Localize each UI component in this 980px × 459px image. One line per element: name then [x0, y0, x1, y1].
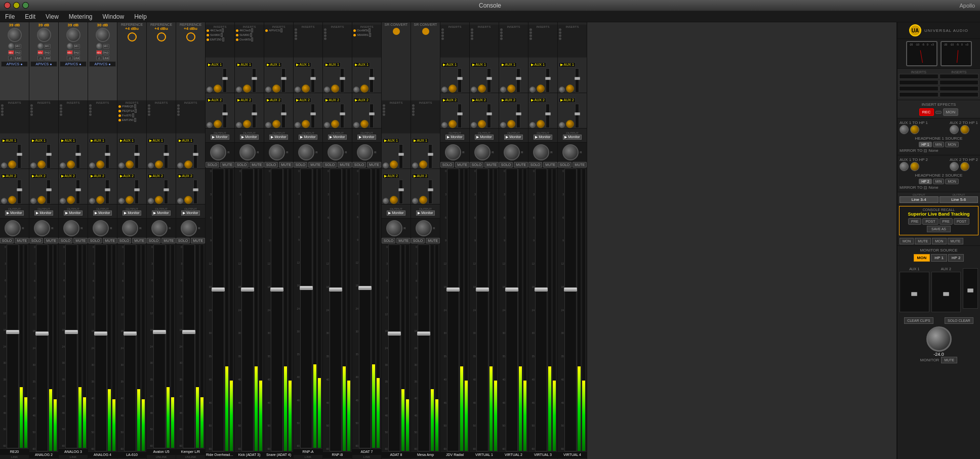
insert-slot[interactable]: OcnWSt — [236, 37, 263, 41]
solo-btn-7[interactable]: SOLO — [176, 238, 190, 243]
phase-btn-2[interactable]: ∅ — [37, 56, 44, 60]
channel-knob-14[interactable] — [386, 220, 402, 236]
aux1-fader-3[interactable] — [76, 144, 80, 169]
aux1-btn-3[interactable] — [60, 162, 66, 169]
aux1-knob-8[interactable] — [214, 85, 222, 93]
aux1-fader-15[interactable] — [428, 144, 432, 169]
aux2-btn-4[interactable] — [89, 198, 95, 204]
insert-slot[interactable] — [177, 104, 204, 107]
aux1-fader-11[interactable] — [311, 68, 315, 93]
save-as-button[interactable]: SAVE AS — [927, 226, 951, 232]
channel-knob-17[interactable] — [474, 144, 491, 160]
aux1-fader-6[interactable] — [164, 144, 168, 169]
channel-link-13[interactable]: LINK — [352, 454, 381, 459]
insert-slot[interactable] — [295, 31, 321, 34]
channel-knob-7[interactable] — [181, 220, 197, 236]
aux1-btn-15[interactable] — [412, 162, 418, 169]
clear-clips-button[interactable]: CLEAR CLIPS — [904, 317, 933, 324]
channel-knob-19[interactable] — [533, 144, 549, 160]
aux1-knob-13[interactable] — [360, 85, 369, 93]
aux2-knob-16[interactable] — [448, 120, 457, 128]
insert-slot[interactable]: Frc670 — [118, 113, 145, 117]
aux2-btn-15[interactable] — [412, 198, 418, 204]
gain-knob-4[interactable] — [96, 28, 110, 42]
mute-btn-9[interactable]: MUTE — [250, 162, 264, 168]
aux2-fader-8[interactable] — [223, 104, 227, 128]
aux2-btn-1[interactable] — [1, 198, 7, 204]
fader-track-15[interactable] — [418, 244, 430, 451]
insert-slot[interactable] — [471, 31, 498, 34]
aux1-fader-9[interactable] — [252, 68, 256, 93]
insert-slot[interactable] — [177, 110, 204, 113]
phase-btn-4[interactable]: ∅ — [96, 56, 102, 60]
aux2-knob-15[interactable] — [419, 196, 427, 204]
channel-link-6[interactable]: UNLINK — [147, 454, 176, 459]
solo-btn-6[interactable]: SOLO — [147, 238, 160, 243]
aux2-btn-19[interactable] — [529, 122, 536, 128]
channel-link-11[interactable]: LINK — [294, 454, 322, 459]
fader-track-9[interactable] — [241, 169, 254, 451]
aux1-knob-19[interactable] — [537, 85, 545, 93]
aux2-knob-3[interactable] — [67, 196, 75, 204]
aux2-fader-11[interactable] — [311, 104, 315, 128]
mute-btn-17[interactable]: MUTE — [484, 162, 499, 168]
aux1-btn-7[interactable] — [177, 162, 183, 169]
solo-btn-10[interactable]: SOLO — [264, 162, 278, 168]
solo-btn-3[interactable]: SOLO — [59, 238, 72, 243]
channel-knob-2[interactable] — [34, 220, 50, 236]
aux2-fader-19[interactable] — [546, 104, 550, 128]
aux2-fader-12[interactable] — [340, 104, 344, 128]
channel-knob-11[interactable] — [298, 144, 314, 160]
insert-slot[interactable] — [500, 31, 527, 34]
insert-slot[interactable] — [529, 31, 556, 34]
fader-track-16[interactable] — [447, 169, 459, 451]
aux1-fader-13[interactable] — [370, 68, 374, 93]
solo-btn-12[interactable]: SOLO — [323, 162, 337, 168]
solo-btn-13[interactable]: SOLO — [352, 162, 366, 168]
menu-file[interactable]: File — [0, 12, 20, 21]
fader-track-11[interactable] — [300, 169, 312, 448]
insert-slot[interactable] — [60, 110, 87, 113]
insert-slot[interactable] — [412, 113, 439, 116]
aux2-btn-10[interactable] — [265, 122, 271, 128]
insert-slot[interactable] — [412, 104, 439, 107]
link-btn-4[interactable]: LINK — [103, 56, 109, 60]
hp1-aux2-knob[interactable] — [950, 125, 959, 134]
channel-knob-5[interactable] — [122, 220, 138, 236]
fader-track-1[interactable] — [7, 244, 19, 448]
aux2-knob-9[interactable] — [243, 120, 251, 128]
channel-link-3[interactable]: LINK — [59, 454, 88, 459]
insert-slot[interactable] — [441, 34, 468, 37]
aux2-knob-8[interactable] — [214, 120, 222, 128]
insert-slot[interactable] — [529, 28, 556, 31]
gain-knob-3[interactable] — [66, 28, 80, 42]
aux2-btn-8[interactable] — [207, 122, 213, 128]
insert-slot[interactable] — [295, 37, 321, 40]
aux2-fader-7[interactable] — [193, 180, 197, 204]
aux1-fader-5[interactable] — [135, 144, 139, 169]
hp2-aux2-knob[interactable] — [950, 162, 959, 171]
insert-slot[interactable] — [148, 107, 175, 110]
aux1-fader-17[interactable] — [487, 68, 491, 93]
channel-knob-16[interactable] — [445, 144, 461, 160]
fader-track-10[interactable] — [271, 169, 283, 451]
aux2-btn-3[interactable] — [60, 198, 66, 204]
mon-btn-1[interactable]: MON — [900, 238, 914, 244]
aux1-knob-5[interactable] — [126, 160, 134, 169]
channel-knob-13[interactable] — [357, 144, 373, 160]
aux1-fader-1[interactable] — [17, 144, 21, 169]
aux2-knob-14[interactable] — [390, 196, 398, 204]
fader-track-12[interactable] — [330, 169, 342, 451]
link-btn-3[interactable]: LINK — [74, 56, 80, 60]
aux2-btn-13[interactable] — [353, 122, 359, 128]
mute-btn-3[interactable]: MUTE — [73, 238, 88, 243]
aux1-btn-1[interactable] — [1, 162, 7, 169]
aux1-knob-3[interactable] — [67, 160, 75, 169]
insert-slot[interactable] — [177, 107, 204, 110]
aux1-btn-2[interactable] — [30, 162, 36, 169]
insert-slot[interactable] — [559, 31, 586, 34]
aux1-btn-5[interactable] — [118, 162, 125, 169]
aux2-fader-18[interactable] — [516, 104, 520, 128]
aux2-fader-5[interactable] — [135, 180, 139, 204]
fader-track-19[interactable] — [535, 169, 547, 451]
